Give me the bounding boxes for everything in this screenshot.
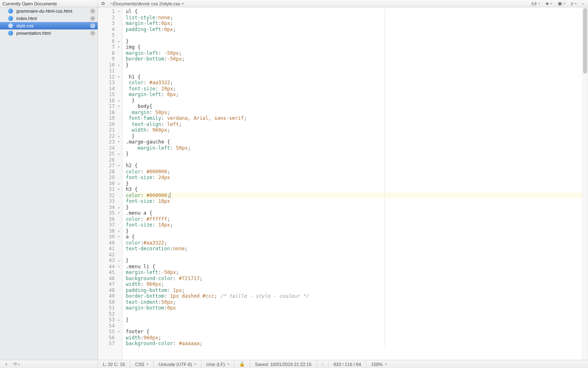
code-line[interactable]: text-align: left;	[126, 121, 385, 128]
code-line[interactable]: background-color: #721717;	[126, 276, 385, 282]
code-line[interactable]: body{	[126, 103, 385, 110]
code-line[interactable]: a {	[126, 234, 385, 240]
code-line[interactable]: margin-left: 50px;	[126, 145, 385, 151]
code-line[interactable]: h1 {	[126, 74, 385, 80]
code-line[interactable]: list-style:none;	[126, 15, 385, 21]
sidebar-item[interactable]: style.css×	[0, 22, 98, 29]
fold-close-icon[interactable]: ▴	[116, 228, 121, 234]
fold-close-icon[interactable]: ▴	[116, 317, 121, 323]
code-line[interactable]: color:#aa3322;	[126, 240, 385, 246]
fold-open-icon[interactable]: ▾	[116, 9, 121, 15]
code-line[interactable]: width:960px;	[126, 335, 385, 341]
code-area[interactable]: ul {list-style:none;margin-left:0px;padd…	[122, 7, 588, 360]
code-line[interactable]: font-size: 18px	[126, 198, 385, 204]
close-icon[interactable]: ×	[90, 9, 95, 13]
fold-close-icon[interactable]: ▴	[116, 133, 121, 139]
code-line[interactable]	[126, 252, 385, 258]
vertical-scrollbar[interactable]	[582, 7, 588, 360]
history-icon[interactable]: ⟳▾	[13, 361, 20, 367]
code-line[interactable]: padding-left:0px;	[126, 27, 385, 33]
chevron-down-icon[interactable]: ▾	[182, 2, 184, 6]
fold-open-icon[interactable]: ▾	[116, 264, 121, 270]
gear-icon[interactable]: ✿	[101, 1, 105, 6]
code-line[interactable]: .menu li {	[126, 264, 385, 270]
code-line[interactable]: font-family: verdana, Arial, sans-serif;	[126, 115, 385, 121]
fold-close-icon[interactable]: ▴	[116, 62, 121, 68]
document-icon[interactable]: ▫	[582, 1, 584, 6]
close-icon[interactable]: ×	[90, 16, 95, 21]
fold-close-icon[interactable]: ▴	[116, 204, 121, 211]
fold-open-icon[interactable]: ▾	[116, 139, 121, 145]
code-line[interactable]: border-bottom:-50px;	[126, 56, 385, 62]
fold-open-icon[interactable]: ▾	[116, 103, 121, 110]
path-bar[interactable]: ✿ ~/Documents/devoir css 2/style.css ▾	[98, 1, 532, 6]
code-line[interactable]: font-size: 14px;	[126, 222, 385, 228]
code-line[interactable]: font-size: 20px;	[126, 86, 385, 92]
code-line[interactable]: color: #aa3322;	[126, 80, 385, 86]
plus-icon[interactable]: ＋	[4, 361, 9, 367]
code-line[interactable]	[126, 68, 385, 74]
code-line[interactable]: img {	[126, 44, 385, 50]
code-line[interactable]: width: 960px;	[126, 127, 385, 133]
code-line[interactable]: background-color: #aaaaaa;	[126, 341, 385, 347]
code-line[interactable]: margin-bottom:0px	[126, 305, 385, 311]
stack-icon[interactable]: ▣▾	[558, 1, 565, 6]
fold-close-icon[interactable]: ▴	[116, 181, 121, 187]
code-line[interactable]: }	[126, 258, 385, 264]
code-line[interactable]: }	[126, 204, 385, 211]
page-icon[interactable]: ▫	[317, 360, 329, 368]
scrollbar-thumb[interactable]	[583, 8, 587, 74]
code-line[interactable]: padding-bottom: 1px;	[126, 287, 385, 294]
sidebar-item[interactable]: presentation.html×	[0, 29, 98, 37]
code-line[interactable]: .marge-gauche {	[126, 139, 385, 145]
code-line[interactable]: h3 {	[126, 186, 385, 193]
fold-close-icon[interactable]: ▴	[116, 151, 121, 157]
code-line[interactable]: color: #000000;	[126, 169, 385, 175]
fold-open-icon[interactable]: ▾	[116, 186, 121, 193]
code-line[interactable]: text-decoration:none;	[126, 246, 385, 252]
code-line[interactable]: font-size: 24px	[126, 175, 385, 181]
code-line[interactable]: margin-left:0px;	[126, 20, 385, 27]
code-line[interactable]: }	[126, 228, 385, 234]
code-line[interactable]: }	[126, 98, 385, 104]
fold-open-icon[interactable]: ▾	[116, 74, 121, 80]
zoom-level[interactable]: 100%▾	[366, 360, 392, 368]
fold-open-icon[interactable]: ▾	[116, 44, 121, 50]
symbol-selector[interactable]: h3▾	[532, 1, 540, 6]
char-counts[interactable]: 833 / 116 / 64	[329, 360, 366, 368]
code-line[interactable]	[126, 157, 385, 163]
fold-close-icon[interactable]: ▴	[116, 38, 121, 45]
code-line[interactable]: margin-left:-50px;	[126, 269, 385, 276]
code-line[interactable]: margin-left: -50px;	[126, 50, 385, 56]
code-line[interactable]: .menu a {	[126, 210, 385, 216]
code-line[interactable]: text-indent:50px;	[126, 299, 385, 305]
code-line[interactable]: color: #000000;	[126, 193, 588, 199]
close-icon[interactable]: ×	[90, 31, 95, 36]
code-line[interactable]: }	[126, 62, 385, 68]
code-line[interactable]: color: #ffffff;	[126, 216, 385, 222]
code-line[interactable]: width: 960px;	[126, 281, 385, 287]
code-line[interactable]: }	[126, 38, 385, 45]
code-line[interactable]	[126, 323, 385, 329]
sidebar-item[interactable]: index.html×	[0, 15, 98, 22]
code-line[interactable]	[126, 32, 385, 38]
fold-close-icon[interactable]: ▴	[116, 98, 121, 104]
code-line[interactable]: }	[126, 151, 385, 157]
fold-close-icon[interactable]: ▴	[116, 258, 121, 264]
code-line[interactable]: h2 {	[126, 163, 385, 169]
sidebar-item[interactable]: grammaire-du-html-css.html×	[0, 7, 98, 15]
code-line[interactable]: ul {	[126, 9, 385, 15]
language-selector[interactable]: CSS▾	[130, 360, 154, 368]
code-line[interactable]: footer {	[126, 329, 385, 335]
code-line[interactable]: margin-left: 0px;	[126, 92, 385, 98]
code-line[interactable]	[126, 311, 385, 317]
close-icon[interactable]: ×	[90, 23, 95, 28]
marker-icon[interactable]: ◈▾	[546, 1, 552, 6]
encoding-selector[interactable]: Unicode (UTF-8)▾	[154, 360, 201, 368]
hash-menu[interactable]: #▾	[571, 1, 577, 6]
code-line[interactable]: border-bottom: 1px dashed #ccc; /* taill…	[126, 293, 385, 299]
line-ending-selector[interactable]: Unix (LF)▾	[201, 360, 234, 368]
code-line[interactable]: }	[126, 133, 385, 139]
fold-open-icon[interactable]: ▾	[116, 234, 121, 240]
fold-open-icon[interactable]: ▾	[116, 163, 121, 169]
